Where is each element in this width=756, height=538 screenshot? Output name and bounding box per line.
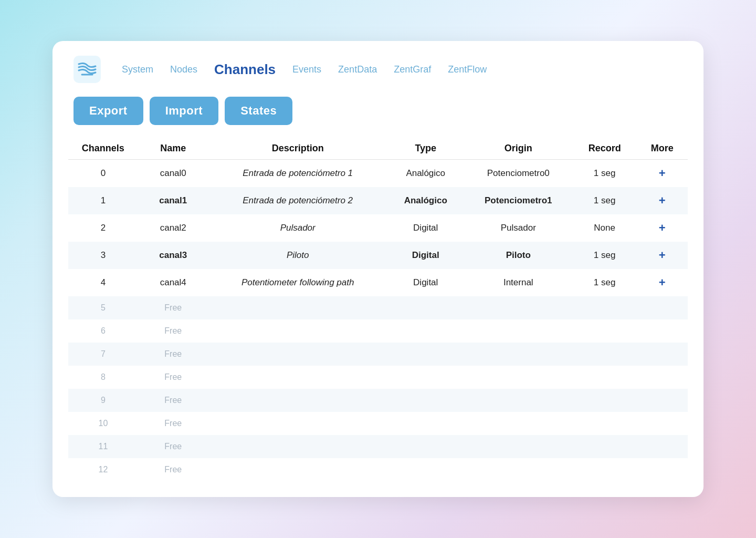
more-button[interactable]: + — [659, 276, 666, 289]
cell-channel: 7 — [68, 343, 138, 366]
table-header-row: Channels Name Description Type Origin Re… — [68, 138, 688, 160]
main-card: SystemNodesChannelsEventsZentDataZentGra… — [52, 41, 704, 497]
cell-name: Free — [138, 435, 208, 458]
cell-origin — [464, 458, 573, 481]
cell-record: 1 seg — [573, 187, 637, 214]
table-row[interactable]: 1 canal1 Entrada de potenciómetro 2 Anal… — [68, 187, 688, 214]
cell-origin: Potenciometro1 — [464, 187, 573, 214]
cell-name: canal2 — [138, 214, 208, 242]
cell-type — [387, 366, 464, 389]
cell-origin — [464, 343, 573, 366]
cell-name: Free — [138, 412, 208, 435]
cell-more — [637, 458, 688, 481]
header-name: Name — [138, 138, 208, 160]
cell-channel: 5 — [68, 296, 138, 319]
cell-more[interactable]: + — [637, 214, 688, 242]
cell-record — [573, 389, 637, 412]
header-description: Description — [208, 138, 387, 160]
cell-description — [208, 458, 387, 481]
table-row[interactable]: 2 canal2 Pulsador Digital Pulsador None … — [68, 214, 688, 242]
cell-type — [387, 412, 464, 435]
more-button[interactable]: + — [659, 249, 666, 262]
more-button[interactable]: + — [659, 221, 666, 235]
toolbar: Export Import States — [52, 91, 704, 138]
cell-name: canal3 — [138, 242, 208, 269]
nav-item-zentflow[interactable]: ZentFlow — [448, 64, 487, 75]
cell-record — [573, 366, 637, 389]
cell-origin — [464, 296, 573, 319]
cell-origin — [464, 319, 573, 343]
cell-name: Free — [138, 458, 208, 481]
more-button[interactable]: + — [659, 194, 666, 208]
cell-origin — [464, 435, 573, 458]
cell-more — [637, 412, 688, 435]
cell-record — [573, 458, 637, 481]
cell-type: Digital — [387, 242, 464, 269]
cell-origin — [464, 412, 573, 435]
cell-record — [573, 435, 637, 458]
table-row[interactable]: 4 canal4 Potentiometer following path Di… — [68, 269, 688, 296]
states-button[interactable]: States — [225, 97, 292, 125]
header-channels: Channels — [68, 138, 138, 160]
cell-origin — [464, 389, 573, 412]
table-row[interactable]: 3 canal3 Piloto Digital Piloto 1 seg + — [68, 242, 688, 269]
cell-more[interactable]: + — [637, 242, 688, 269]
header-origin: Origin — [464, 138, 573, 160]
cell-more[interactable]: + — [637, 187, 688, 214]
cell-type — [387, 319, 464, 343]
cell-description — [208, 319, 387, 343]
cell-origin: Potenciometro0 — [464, 160, 573, 188]
cell-name: Free — [138, 343, 208, 366]
cell-origin: Piloto — [464, 242, 573, 269]
cell-name: Free — [138, 296, 208, 319]
navbar: SystemNodesChannelsEventsZentDataZentGra… — [52, 41, 704, 91]
cell-type: Digital — [387, 269, 464, 296]
cell-description — [208, 343, 387, 366]
table-row[interactable]: 0 canal0 Entrada de potenciómetro 1 Anal… — [68, 160, 688, 188]
cell-description — [208, 296, 387, 319]
header-record: Record — [573, 138, 637, 160]
export-button[interactable]: Export — [74, 97, 143, 125]
cell-channel: 0 — [68, 160, 138, 188]
nav-item-nodes[interactable]: Nodes — [170, 64, 197, 75]
nav-item-zentgraf[interactable]: ZentGraf — [394, 64, 431, 75]
table-row: 11 Free — [68, 435, 688, 458]
nav-item-zentdata[interactable]: ZentData — [338, 64, 377, 75]
table-row: 7 Free — [68, 343, 688, 366]
cell-record — [573, 343, 637, 366]
cell-more[interactable]: + — [637, 160, 688, 188]
cell-record: 1 seg — [573, 160, 637, 188]
cell-name: canal0 — [138, 160, 208, 188]
table-row: 12 Free — [68, 458, 688, 481]
cell-channel: 12 — [68, 458, 138, 481]
cell-more[interactable]: + — [637, 269, 688, 296]
cell-record: 1 seg — [573, 269, 637, 296]
table-row: 10 Free — [68, 412, 688, 435]
cell-record — [573, 412, 637, 435]
nav-item-channels[interactable]: Channels — [214, 61, 276, 78]
cell-description: Pulsador — [208, 214, 387, 242]
header-more: More — [637, 138, 688, 160]
cell-description: Piloto — [208, 242, 387, 269]
cell-type — [387, 458, 464, 481]
logo-icon — [74, 56, 101, 83]
channels-table-wrap: Channels Name Description Type Origin Re… — [52, 138, 704, 481]
cell-channel: 4 — [68, 269, 138, 296]
cell-more — [637, 319, 688, 343]
table-row: 9 Free — [68, 389, 688, 412]
cell-channel: 9 — [68, 389, 138, 412]
cell-name: Free — [138, 319, 208, 343]
table-row: 6 Free — [68, 319, 688, 343]
cell-origin — [464, 366, 573, 389]
nav-item-system[interactable]: System — [122, 64, 153, 75]
cell-description: Potentiometer following path — [208, 269, 387, 296]
cell-type — [387, 389, 464, 412]
cell-record: 1 seg — [573, 242, 637, 269]
header-type: Type — [387, 138, 464, 160]
cell-more — [637, 435, 688, 458]
cell-type — [387, 435, 464, 458]
more-button[interactable]: + — [659, 167, 666, 180]
cell-more — [637, 296, 688, 319]
nav-item-events[interactable]: Events — [292, 64, 321, 75]
import-button[interactable]: Import — [150, 97, 218, 125]
